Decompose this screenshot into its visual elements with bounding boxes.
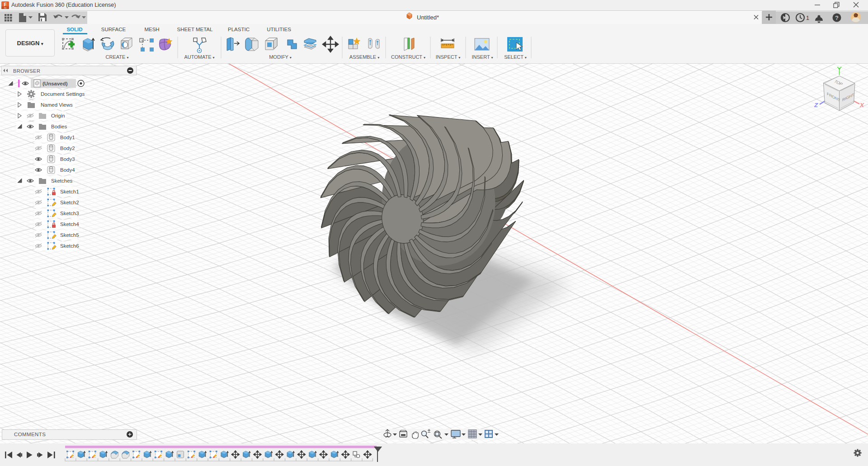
svg-text:Sketch3: Sketch3 bbox=[60, 211, 79, 216]
svg-text:Body3: Body3 bbox=[60, 156, 75, 162]
svg-text:Named Views: Named Views bbox=[41, 102, 73, 108]
svg-text:Sketch1: Sketch1 bbox=[60, 189, 79, 194]
svg-text:Body1: Body1 bbox=[60, 135, 75, 140]
svg-text:BROWSER: BROWSER bbox=[13, 68, 40, 74]
svg-text:Document Settings: Document Settings bbox=[41, 91, 85, 97]
svg-text:Sketch4: Sketch4 bbox=[60, 221, 79, 227]
svg-text:Sketch5: Sketch5 bbox=[60, 232, 79, 238]
svg-text:Sketch6: Sketch6 bbox=[60, 243, 79, 249]
svg-text:Body4: Body4 bbox=[60, 167, 75, 173]
svg-text:Sketch2: Sketch2 bbox=[60, 200, 79, 205]
svg-text:(Unsaved): (Unsaved) bbox=[42, 81, 68, 86]
svg-text:Z: Z bbox=[814, 102, 818, 108]
svg-text:Bodies: Bodies bbox=[51, 124, 67, 129]
svg-text:Sketches: Sketches bbox=[51, 178, 73, 184]
svg-text:Origin: Origin bbox=[51, 113, 65, 118]
svg-text:X: X bbox=[859, 102, 864, 108]
svg-text:Body2: Body2 bbox=[60, 146, 75, 151]
